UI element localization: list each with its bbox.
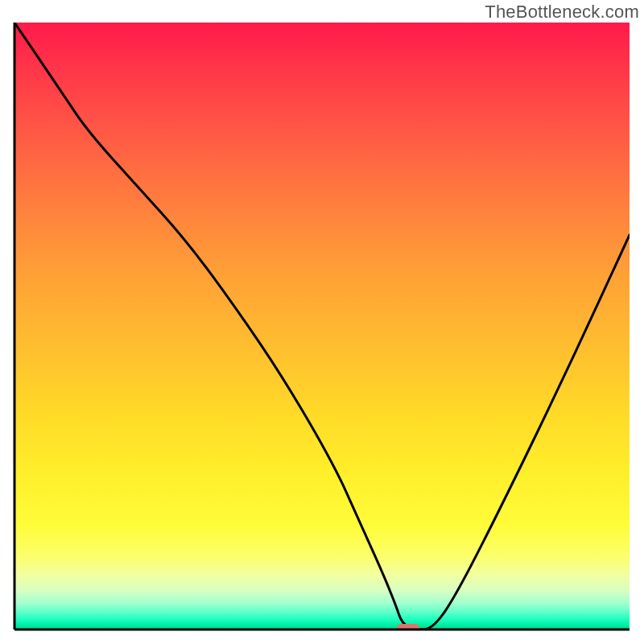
optimal-marker [396,624,420,630]
watermark-text: TheBottleneck.com [485,2,639,23]
plot-area [14,23,630,630]
bottleneck-curve [14,23,630,630]
chart-container: TheBottleneck.com [0,0,644,644]
curve-layer [14,23,630,630]
